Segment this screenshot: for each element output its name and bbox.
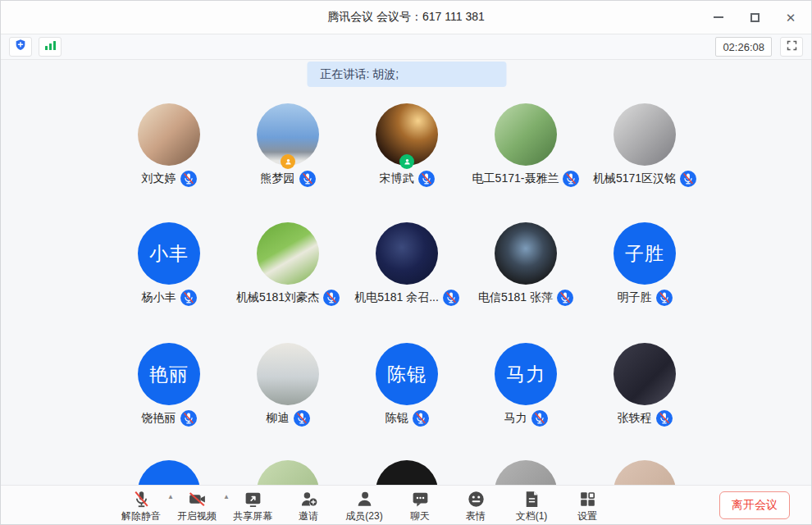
muted-mic-icon[interactable] [680, 171, 696, 187]
participant-tile-partial[interactable] [348, 460, 467, 486]
participant-tile[interactable]: 张轶程 [586, 343, 705, 427]
settings-icon [577, 489, 598, 509]
maximize-icon [750, 13, 760, 22]
toolbar-members-button[interactable]: 成员(23) [339, 486, 390, 524]
participant-name-row: 杨小丰 [110, 290, 229, 306]
chat-icon [410, 489, 431, 509]
participant-tile[interactable]: 小丰杨小丰 [110, 222, 229, 306]
muted-mic-icon[interactable] [180, 171, 197, 187]
fullscreen-button[interactable] [780, 37, 803, 57]
participant-name-row: 柳迪 [229, 410, 348, 427]
muted-mic-icon[interactable] [294, 410, 310, 427]
participant-name: 陈锟 [385, 411, 408, 426]
participant-avatar[interactable] [614, 460, 676, 486]
host-badge-icon [281, 154, 295, 169]
participant-tile-partial[interactable] [110, 460, 229, 486]
participant-avatar[interactable] [614, 343, 676, 405]
participant-tile[interactable]: 宋博武 [348, 103, 467, 187]
toolbar-docs-button[interactable]: 文档(1) [506, 486, 557, 524]
muted-mic-icon[interactable] [418, 171, 435, 187]
window-title: 腾讯会议 会议号：617 111 381 [327, 10, 485, 25]
minimize-icon [714, 16, 723, 18]
participant-avatar[interactable] [257, 343, 319, 405]
muted-mic-icon[interactable] [180, 290, 197, 306]
toolbar-emoji-button[interactable]: 表情 [450, 486, 501, 524]
toolbar-settings-button[interactable]: 设置 [562, 486, 613, 524]
participant-tile[interactable]: 陈锟陈锟 [348, 343, 467, 427]
participant-avatar[interactable]: 马力 [495, 343, 557, 405]
minimize-button[interactable] [706, 6, 731, 29]
participant-tile-partial[interactable] [467, 460, 586, 486]
participant-avatar[interactable]: 子胜 [614, 222, 676, 285]
participant-tile[interactable]: 刘文婷 [110, 103, 229, 187]
muted-mic-icon[interactable] [299, 171, 316, 187]
muted-mic-icon[interactable] [563, 171, 579, 187]
close-button[interactable]: ✕ [778, 6, 803, 29]
participant-avatar[interactable]: 陈锟 [376, 343, 438, 405]
participants-area: 正在讲话: 胡波; 刘文婷熊梦园宋博武电工5171-聂雅兰机械5171区汉铭小丰… [1, 60, 812, 486]
shield-health-icon [14, 39, 27, 55]
participant-name: 宋博武 [380, 171, 414, 186]
muted-mic-icon[interactable] [656, 410, 673, 427]
participant-avatar[interactable] [495, 460, 557, 486]
participant-name: 刘文婷 [142, 171, 176, 186]
participant-avatar[interactable] [376, 103, 438, 166]
muted-mic-icon[interactable] [531, 410, 548, 427]
close-icon: ✕ [786, 11, 796, 24]
toolbar-start-video-button[interactable]: 开启视频▲ [171, 486, 222, 524]
participant-avatar[interactable] [376, 222, 438, 285]
participant-tile[interactable]: 熊梦园 [229, 103, 348, 187]
muted-mic-icon[interactable] [656, 290, 673, 306]
participant-tile[interactable]: 马力马力 [467, 343, 586, 427]
participant-name: 机械5181刘豪杰 [236, 290, 319, 305]
emoji-icon [466, 489, 486, 509]
mic-off-icon [131, 489, 152, 509]
participant-name-row: 明子胜 [586, 290, 705, 306]
participant-tile[interactable]: 艳丽饶艳丽 [110, 343, 229, 427]
leave-meeting-button[interactable]: 离开会议 [719, 491, 790, 519]
participant-avatar[interactable] [614, 103, 676, 166]
participant-avatar[interactable] [257, 222, 319, 285]
muted-mic-icon[interactable] [323, 290, 340, 306]
participant-name: 机电5181 余召... [354, 290, 439, 305]
participant-avatar[interactable] [138, 460, 200, 486]
muted-mic-icon[interactable] [413, 410, 429, 427]
participant-tile[interactable]: 电信5181 张萍 [467, 222, 586, 306]
toolbar-unmute-button[interactable]: 解除静音▲ [116, 486, 167, 524]
participant-avatar[interactable] [376, 460, 438, 486]
participant-avatar[interactable] [257, 103, 319, 166]
participant-avatar[interactable] [495, 103, 557, 166]
participant-tile-partial[interactable] [229, 460, 348, 486]
participant-name: 马力 [504, 411, 527, 426]
avatar-initials: 艳丽 [138, 343, 200, 405]
participant-tile[interactable]: 柳迪 [229, 343, 348, 427]
toolbar-settings-label: 设置 [577, 509, 597, 523]
toolbar-members-label: 成员(23) [345, 509, 382, 523]
participant-avatar[interactable]: 小丰 [138, 222, 200, 285]
participant-name-row: 机械5171区汉铭 [586, 171, 705, 187]
participant-avatar[interactable]: 艳丽 [138, 343, 200, 405]
meeting-health-button[interactable] [9, 37, 32, 57]
participant-tile-partial[interactable] [586, 460, 705, 486]
participant-tile[interactable]: 电工5171-聂雅兰 [467, 103, 586, 187]
participant-name: 电信5181 张萍 [478, 290, 553, 305]
participant-tile[interactable]: 机械5181刘豪杰 [229, 222, 348, 306]
toolbar-share-screen-button[interactable]: 共享屏幕 [227, 486, 278, 524]
toolbar-invite-label: 邀请 [299, 509, 318, 523]
participant-avatar[interactable] [257, 460, 319, 486]
muted-mic-icon[interactable] [443, 290, 459, 306]
participant-tile[interactable]: 机械5171区汉铭 [586, 103, 705, 187]
toolbar-chat-button[interactable]: 聊天 [395, 486, 445, 524]
document-icon [522, 489, 542, 509]
participant-tile[interactable]: 子胜明子胜 [586, 222, 705, 306]
toolbar-invite-button[interactable]: 邀请 [283, 486, 334, 524]
muted-mic-icon[interactable] [180, 410, 197, 427]
maximize-button[interactable] [742, 6, 767, 29]
participant-avatar[interactable] [495, 222, 557, 285]
participant-avatar[interactable] [138, 103, 200, 166]
muted-mic-icon[interactable] [557, 290, 573, 306]
toolbar-items: 解除静音▲开启视频▲共享屏幕邀请成员(23)聊天表情文档(1)设置 [1, 486, 618, 524]
avatar-initials: 马力 [495, 343, 557, 405]
network-signal-button[interactable] [39, 37, 62, 57]
participant-tile[interactable]: 机电5181 余召... [348, 222, 467, 306]
